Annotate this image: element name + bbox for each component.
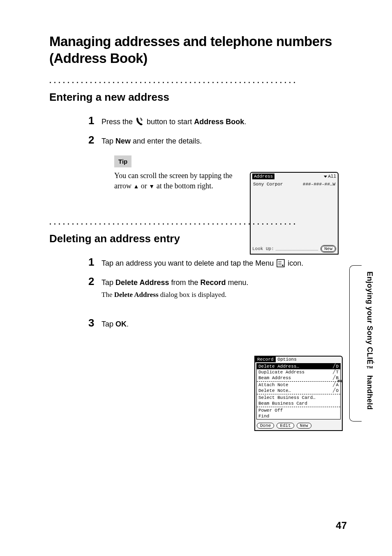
text: Tap — [101, 137, 115, 145]
done-button[interactable]: Done — [257, 423, 274, 429]
step-number: 2 — [88, 134, 101, 145]
text: . — [127, 320, 129, 328]
shortcut: ╱T — [333, 369, 339, 375]
tip-text: You can scroll the screen by tapping the… — [114, 171, 238, 191]
app-name: Address Book — [194, 118, 244, 126]
step-text: Tap OK. — [101, 317, 129, 329]
tip-label: Tip — [114, 155, 131, 167]
phone-handset-icon — [136, 117, 144, 129]
text: dialog box is displayed. — [159, 291, 227, 299]
record-label: Record — [200, 278, 226, 287]
shortcut: ╱D — [333, 364, 339, 369]
triangle-up-icon: ▲ — [133, 183, 139, 190]
menu-item-duplicate-address[interactable]: Duplicate Address ╱T — [257, 369, 340, 375]
side-tab-label: Enjoying your Sony CLIÉ™ handheld — [365, 271, 374, 410]
delete-address-label: Delete Address — [115, 278, 169, 287]
page-title: Managing addresses and telephone numbers… — [49, 33, 347, 67]
menu-item-attach-note[interactable]: Attach Note ╱A — [257, 382, 340, 388]
lookup-label: Look Up: — [252, 246, 274, 251]
step-2-row-b: 2 Tap Delete Address from the Record men… — [88, 276, 347, 299]
lookup-input[interactable] — [276, 246, 318, 250]
menu-item-delete-address[interactable]: Delete Address… ╱D — [257, 364, 340, 369]
menu-label: Delete Address… — [258, 364, 299, 369]
entry-phone: ###-###-##…W — [303, 182, 335, 187]
step-number: 2 — [88, 276, 101, 287]
step-3-row: 3 Tap OK. — [88, 317, 347, 329]
text: icon. — [288, 259, 303, 267]
menu-label: Beam Business Card — [258, 401, 307, 406]
text: and enter the details. — [131, 137, 202, 145]
step-1-row-b: 1 Tap an address you want to delete and … — [88, 257, 347, 270]
page-number: 47 — [336, 520, 347, 531]
menu-label: Duplicate Address — [258, 369, 304, 375]
menu-item-select-card[interactable]: Select Business Card… — [257, 395, 340, 401]
step-text: Tap an address you want to delete and ta… — [101, 257, 303, 270]
menu-item-power-off[interactable]: Power Off — [257, 408, 340, 413]
new-label: New — [115, 137, 131, 145]
text: Tap — [101, 278, 115, 287]
ok-label: OK — [115, 320, 127, 328]
record-menu-screenshot: Record Options Delete Address… ╱D Duplic… — [254, 356, 343, 431]
step-sub-text: The Delete Address dialog box is display… — [101, 290, 249, 300]
edit-button[interactable]: Edit — [277, 423, 294, 429]
text: button to start — [147, 118, 194, 126]
menu-item-find[interactable]: Find — [257, 413, 340, 419]
new-button[interactable]: New — [321, 245, 336, 253]
menu-item-beam-address[interactable]: Beam Address ╱B — [257, 375, 340, 381]
menu-list-icon — [277, 259, 285, 270]
divider-dots-2: ........................................… — [49, 221, 347, 232]
section-title-entering: Entering a new address — [49, 91, 347, 104]
step-number: 3 — [88, 317, 101, 328]
ss1-title: Address — [252, 174, 274, 179]
text: at the bottom right. — [154, 182, 213, 190]
new-button[interactable]: New — [297, 423, 311, 429]
menu-label: Delete Note… — [258, 388, 291, 394]
step-text: Tap Delete Address from the Record menu.… — [101, 276, 249, 299]
step-number: 1 — [88, 115, 101, 126]
shortcut: ╱O — [333, 388, 339, 394]
dialog-name: Delete Address — [114, 291, 159, 299]
tab-record[interactable]: Record — [255, 357, 276, 362]
divider-dots-1: ........................................… — [49, 79, 347, 90]
text: The — [101, 291, 114, 299]
step-1-row: 1 Press the button to start Address Book… — [88, 115, 347, 129]
menu-item-beam-card[interactable]: Beam Business Card — [257, 401, 340, 406]
address-book-screenshot: Address All Sony Corpor ###-###-##…W Loo… — [250, 172, 339, 255]
menu-label: Select Business Card… — [258, 395, 316, 401]
side-tab-indicator — [349, 265, 362, 422]
menu-label: Attach Note — [258, 382, 288, 388]
entry-name: Sony Corpor — [253, 182, 283, 187]
text: or — [139, 182, 149, 190]
chevron-down-icon — [324, 176, 327, 178]
address-entry-row[interactable]: Sony Corpor ###-###-##…W — [253, 182, 335, 187]
text: from the — [169, 278, 200, 287]
text: menu. — [226, 278, 248, 287]
category-dropdown[interactable]: All — [324, 174, 336, 179]
menu-item-delete-note[interactable]: Delete Note… ╱O — [257, 388, 340, 394]
triangle-down-icon: ▼ — [149, 183, 154, 190]
text: . — [244, 118, 246, 126]
truncated-indicator: ## — [337, 379, 343, 384]
menu-label: Beam Address — [258, 375, 291, 381]
text: Tap — [101, 320, 115, 328]
step-text: Press the button to start Address Book. — [101, 115, 246, 129]
text: Tap an address you want to delete and ta… — [101, 259, 276, 267]
tab-options[interactable]: Options — [276, 357, 299, 362]
menu-label: Find — [258, 413, 269, 419]
category-label: All — [328, 174, 336, 179]
step-text: Tap New and enter the details. Tip You c… — [101, 134, 238, 192]
step-number: 1 — [88, 257, 101, 267]
menu-label: Power Off — [258, 408, 283, 413]
text: Press the — [101, 118, 135, 126]
